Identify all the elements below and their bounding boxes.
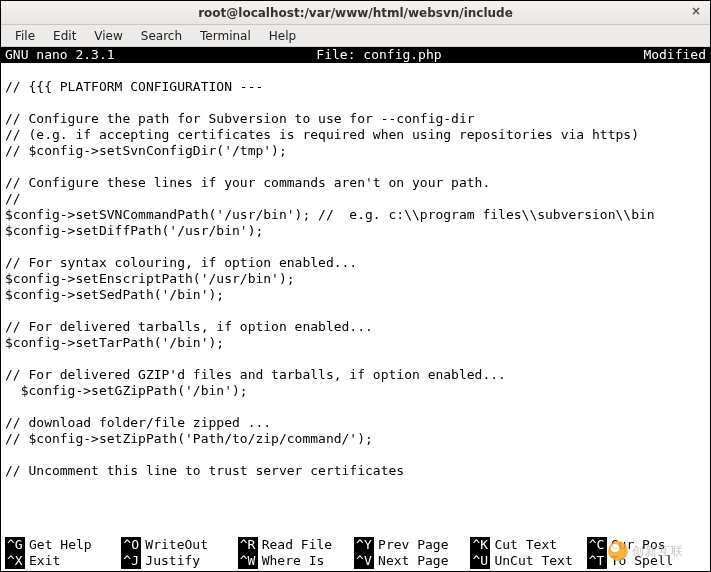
- menu-view[interactable]: View: [86, 27, 130, 45]
- menu-search[interactable]: Search: [133, 27, 190, 45]
- key-label: ^U: [470, 553, 490, 569]
- key-label: ^W: [238, 553, 258, 569]
- shortcut-where-is[interactable]: ^WWhere Is: [238, 553, 354, 569]
- key-label: ^C: [587, 537, 607, 553]
- menu-file[interactable]: File: [7, 27, 43, 45]
- shortcut-cut-text[interactable]: ^KCut Text: [470, 537, 586, 553]
- shortcut-label: To Spell: [611, 553, 674, 569]
- shortcut-label: Exit: [29, 553, 60, 569]
- menu-help[interactable]: Help: [261, 27, 304, 45]
- shortcut-next-page[interactable]: ^VNext Page: [354, 553, 470, 569]
- nano-file-label: File: config.php: [155, 47, 604, 63]
- key-label: ^V: [354, 553, 374, 569]
- shortcut-label: Justify: [145, 553, 200, 569]
- shortcut-prev-page[interactable]: ^YPrev Page: [354, 537, 470, 553]
- shortcut-uncut-text[interactable]: ^UUnCut Text: [470, 553, 586, 569]
- key-label: ^O: [121, 537, 141, 553]
- shortcut-to-spell[interactable]: ^TTo Spell: [587, 553, 703, 569]
- key-label: ^T: [587, 553, 607, 569]
- shortcut-get-help[interactable]: ^GGet Help: [5, 537, 121, 553]
- key-label: ^G: [5, 537, 25, 553]
- key-label: ^X: [5, 553, 25, 569]
- shortcut-label: WriteOut: [145, 537, 208, 553]
- window-title: root@localhost:/var/www/html/websvn/incl…: [198, 6, 513, 20]
- shortcut-label: Cur Pos: [611, 537, 666, 553]
- shortcut-label: Read File: [262, 537, 332, 553]
- window-titlebar: root@localhost:/var/www/html/websvn/incl…: [1, 1, 710, 25]
- shortcut-label: Prev Page: [378, 537, 448, 553]
- shortcut-label: Next Page: [378, 553, 448, 569]
- shortcut-exit[interactable]: ^XExit: [5, 553, 121, 569]
- key-label: ^K: [470, 537, 490, 553]
- menu-terminal[interactable]: Terminal: [192, 27, 259, 45]
- key-label: ^R: [238, 537, 258, 553]
- menu-edit[interactable]: Edit: [45, 27, 84, 45]
- key-label: ^Y: [354, 537, 374, 553]
- nano-header: GNU nano 2.3.1 File: config.php Modified: [1, 47, 710, 63]
- nano-status: Modified: [603, 47, 706, 63]
- nano-shortcuts: ^GGet Help ^OWriteOut ^RRead File ^YPrev…: [1, 537, 710, 571]
- shortcut-justify[interactable]: ^JJustify: [121, 553, 237, 569]
- close-icon[interactable]: ×: [688, 4, 704, 20]
- shortcut-label: UnCut Text: [494, 553, 572, 569]
- shortcut-label: Where Is: [262, 553, 325, 569]
- terminal-area[interactable]: GNU nano 2.3.1 File: config.php Modified…: [1, 47, 710, 571]
- shortcut-writeout[interactable]: ^OWriteOut: [121, 537, 237, 553]
- key-label: ^J: [121, 553, 141, 569]
- shortcut-label: Get Help: [29, 537, 92, 553]
- nano-version: GNU nano 2.3.1: [5, 47, 155, 63]
- shortcut-cur-pos[interactable]: ^CCur Pos: [587, 537, 703, 553]
- menubar: File Edit View Search Terminal Help: [1, 25, 710, 47]
- editor-content[interactable]: // {{{ PLATFORM CONFIGURATION --- // Con…: [1, 63, 710, 539]
- shortcut-label: Cut Text: [494, 537, 557, 553]
- shortcut-read-file[interactable]: ^RRead File: [238, 537, 354, 553]
